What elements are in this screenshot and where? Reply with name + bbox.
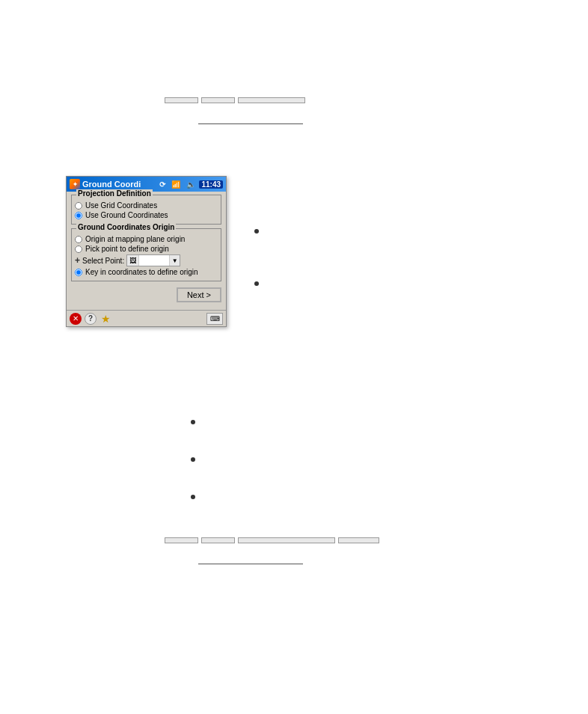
dialog-title: Ground Coordi <box>82 180 141 189</box>
use-grid-coordinates-radio[interactable] <box>75 202 82 210</box>
sync-icon[interactable]: ⟳ <box>157 180 168 189</box>
title-time: 11:43 <box>199 180 223 189</box>
pick-point-label: Pick point to define origin <box>85 245 169 253</box>
pick-point-radio[interactable] <box>75 245 82 253</box>
title-bar-left: ✦ Ground Coordi <box>70 179 141 189</box>
ground-coordinates-dialog: ✦ Ground Coordi ⟳ 📶 🔈 11:43 Projection D… <box>66 176 227 327</box>
bullet-point-2 <box>254 277 259 288</box>
dialog-body: Projection Definition Use Grid Coordinat… <box>67 192 226 310</box>
ground-coords-group-legend: Ground Coordinates Origin <box>76 223 176 231</box>
key-in-coordinates-label: Key in coordinates to define origin <box>85 268 198 276</box>
plus-icon: + <box>75 255 80 266</box>
bullet-point-1 <box>254 225 259 236</box>
next-button[interactable]: Next > <box>177 287 221 302</box>
top-nav-underline <box>198 123 303 124</box>
origin-at-mapping-plane-label: Origin at mapping plane origin <box>85 235 185 243</box>
projection-definition-group: Projection Definition Use Grid Coordinat… <box>71 195 221 225</box>
top-nav-btn-3[interactable] <box>238 97 305 103</box>
origin-at-mapping-plane-option[interactable]: Origin at mapping plane origin <box>75 235 218 243</box>
select-input-dropdown-icon[interactable]: ▼ <box>169 255 180 266</box>
favorite-icon[interactable]: ★ <box>99 313 111 325</box>
use-ground-coordinates-radio[interactable] <box>75 212 82 219</box>
origin-at-mapping-plane-radio[interactable] <box>75 236 82 243</box>
bullet-point-5 <box>191 490 195 501</box>
use-ground-coordinates-option[interactable]: Use Ground Coordinates <box>75 211 218 219</box>
select-point-input[interactable]: 🖼 ▼ <box>126 254 180 266</box>
signal-icon[interactable]: 📶 <box>169 180 183 189</box>
bottom-nav-btn-3[interactable] <box>238 537 335 543</box>
use-ground-coordinates-label: Use Ground Coordinates <box>85 211 168 219</box>
select-point-label: Select Point: <box>82 257 124 265</box>
select-input-text-field[interactable] <box>139 255 169 266</box>
bullet-point-3 <box>191 415 195 427</box>
top-nav-bar <box>165 97 305 103</box>
bullet-point-4 <box>191 453 195 464</box>
bullet-dot-2 <box>254 281 259 286</box>
top-nav-btn-2[interactable] <box>201 97 235 103</box>
use-grid-coordinates-option[interactable]: Use Grid Coordinates <box>75 201 218 210</box>
next-button-row: Next > <box>71 287 221 302</box>
pick-point-option[interactable]: Pick point to define origin <box>75 245 218 253</box>
bullet-dot-1 <box>254 229 259 234</box>
bottom-nav-btn-4[interactable] <box>338 537 379 543</box>
close-dialog-icon[interactable]: ✕ <box>70 313 82 325</box>
title-bar-controls: ⟳ 📶 🔈 11:43 <box>157 180 223 189</box>
top-nav-btn-1[interactable] <box>165 97 198 103</box>
taskbar-left-icons: ✕ ? ★ <box>70 313 111 325</box>
bottom-nav-underline <box>198 564 303 564</box>
dialog-app-icon: ✦ <box>70 179 80 189</box>
bullet-dot-5 <box>191 495 195 499</box>
ground-coords-group-content: Origin at mapping plane origin Pick poin… <box>75 235 218 276</box>
select-input-image-icon: 🖼 <box>127 255 139 266</box>
bottom-nav-btn-2[interactable] <box>201 537 235 543</box>
bottom-nav-btn-1[interactable] <box>165 537 198 543</box>
bottom-nav-bar <box>165 537 379 543</box>
keyboard-icon[interactable]: ⌨ <box>206 313 223 325</box>
projection-group-content: Use Grid Coordinates Use Ground Coordina… <box>75 201 218 219</box>
use-grid-coordinates-label: Use Grid Coordinates <box>85 201 157 210</box>
bullet-dot-3 <box>191 420 195 424</box>
bullet-dot-4 <box>191 457 195 462</box>
select-point-row: + Select Point: 🖼 ▼ <box>75 254 218 266</box>
ground-coordinates-origin-group: Ground Coordinates Origin Origin at mapp… <box>71 228 221 281</box>
help-icon[interactable]: ? <box>85 313 97 325</box>
speaker-icon[interactable]: 🔈 <box>184 180 197 189</box>
key-in-coordinates-radio[interactable] <box>75 269 82 276</box>
dialog-taskbar: ✕ ? ★ ⌨ <box>67 310 226 326</box>
key-in-coordinates-option[interactable]: Key in coordinates to define origin <box>75 268 218 276</box>
projection-group-legend: Projection Definition <box>76 189 153 198</box>
